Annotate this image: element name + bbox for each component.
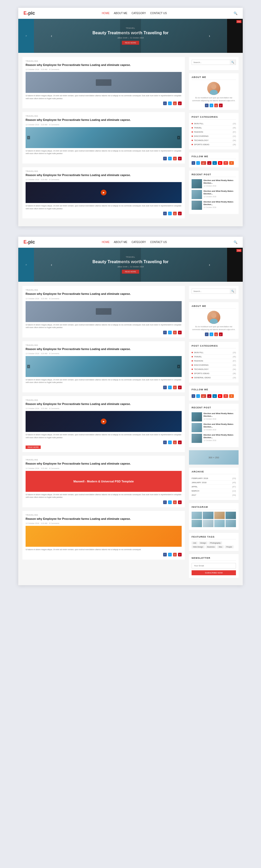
search-input[interactable]	[192, 60, 230, 65]
cat2-item-7[interactable]: GENERAL IDEAS (19)	[192, 376, 236, 380]
post2-2-pi[interactable]: p	[178, 385, 182, 389]
about-gplus-link[interactable]: g	[214, 103, 218, 107]
tag-4[interactable]: Web Design	[192, 546, 204, 548]
pinterest-share-button[interactable]: p	[178, 101, 182, 105]
post-3-twitter-button[interactable]: t	[168, 212, 172, 215]
follow-linkedin-button[interactable]: in	[213, 161, 217, 165]
follow-email-button[interactable]: ✉	[223, 161, 228, 165]
tag-1[interactable]: Job	[192, 541, 197, 545]
post2-2-fb[interactable]: f	[163, 385, 167, 389]
hero-arrow-left[interactable]: ‹	[51, 34, 52, 38]
cat2-item-4[interactable]: DISCOVERING (12)	[192, 363, 236, 367]
insta-thumb-4[interactable]	[225, 512, 236, 519]
rp2-title-2[interactable]: Election and What Really Makes Election.…	[203, 423, 236, 428]
insta-thumb-5[interactable]	[192, 520, 202, 527]
newsletter-email-input[interactable]	[192, 563, 236, 568]
insta-thumb-6[interactable]	[203, 520, 213, 527]
post-2-gplus-button[interactable]: g	[173, 157, 177, 160]
follow2-linkedin[interactable]: in	[213, 394, 217, 398]
tag-3[interactable]: Photography	[209, 541, 222, 545]
cat2-item-5[interactable]: TECHNOLOGY (34)	[192, 367, 236, 371]
post2-2-next[interactable]: ›	[177, 365, 180, 368]
cat2-item-3[interactable]: FASHION (67)	[192, 359, 236, 363]
tag-2[interactable]: Design	[199, 541, 208, 545]
post2-3-gp[interactable]: g	[173, 440, 177, 444]
cat2-item-2[interactable]: TRAVEL (45)	[192, 355, 236, 359]
post-2-next-button[interactable]: ›	[177, 136, 180, 139]
tag-5[interactable]: Business	[206, 546, 216, 548]
nav2-home[interactable]: HOME	[102, 241, 110, 244]
category-item-1[interactable]: SKIN FILL (23)	[192, 122, 236, 126]
post2-4-gp[interactable]: g	[173, 500, 177, 504]
about-facebook-link[interactable]: f	[205, 103, 209, 107]
follow2-youtube[interactable]: ▶	[218, 394, 222, 398]
insta-thumb-2[interactable]	[203, 512, 213, 519]
post-3-gplus-button[interactable]: g	[173, 212, 177, 215]
post-2-prev-button[interactable]: ‹	[27, 136, 30, 139]
facebook-share-button[interactable]: f	[163, 101, 167, 105]
search-button[interactable]: 🔍	[230, 60, 236, 65]
follow-twitter-button[interactable]: t	[196, 161, 200, 165]
about2-tw[interactable]: t	[210, 333, 213, 336]
search-icon[interactable]: 🔍	[234, 11, 237, 15]
tag-7[interactable]: People	[225, 546, 234, 548]
nav-about[interactable]: ABOUT ME	[114, 12, 127, 14]
about-twitter-link[interactable]: t	[210, 103, 213, 107]
follow-gplus-button[interactable]: g+	[201, 161, 206, 165]
nav-contact[interactable]: CONTACT US	[150, 12, 167, 14]
newsletter-subscribe-button[interactable]: SUBSCRIBE NOW	[192, 570, 236, 575]
nav2-category[interactable]: CATEGORY	[132, 241, 146, 244]
post2-5-tw[interactable]: t	[168, 553, 172, 556]
insta-thumb-7[interactable]	[214, 520, 225, 527]
recent-post-1-title[interactable]: Election and What Really Makes Election.…	[203, 179, 236, 184]
archive-item-1[interactable]: FEBRUARY 2018 (23)	[192, 476, 236, 480]
post2-3-fb[interactable]: f	[163, 440, 167, 444]
post2-1-tw[interactable]: t	[168, 331, 172, 334]
about2-pi[interactable]: p	[219, 333, 223, 336]
search-input-2[interactable]	[192, 289, 230, 293]
post2-1-fb[interactable]: f	[163, 331, 167, 334]
recent-post-3-title[interactable]: Election and What Really Makes Election.…	[203, 200, 236, 206]
post2-5-fb[interactable]: f	[163, 553, 167, 556]
post2-3-pi[interactable]: p	[178, 440, 182, 444]
search-icon-2[interactable]: 🔍	[234, 240, 237, 244]
post-3-facebook-button[interactable]: f	[163, 212, 167, 215]
about2-gp[interactable]: g	[214, 333, 218, 336]
follow-facebook-button[interactable]: f	[192, 161, 195, 165]
post2-4-pi[interactable]: p	[178, 500, 182, 504]
follow2-rss[interactable]: ⊕	[229, 394, 234, 398]
nav-category[interactable]: CATEGORY	[132, 12, 146, 14]
insta-thumb-1[interactable]	[192, 512, 202, 519]
archive-item-4[interactable]: MARCH (12)	[192, 489, 236, 493]
post2-4-fb[interactable]: f	[163, 500, 167, 504]
gplus-share-button[interactable]: g	[173, 101, 177, 105]
post-2-twitter-button[interactable]: t	[168, 157, 172, 160]
post2-2-prev[interactable]: ‹	[27, 365, 30, 368]
post2-5-pi[interactable]: p	[178, 553, 182, 556]
post2-2-gp[interactable]: g	[173, 385, 177, 389]
cat2-item-6[interactable]: SPORTS IDEAS (28)	[192, 371, 236, 376]
rp2-title-1[interactable]: Election and What Really Makes Election.…	[203, 412, 236, 417]
category-item-6[interactable]: SPORTS IDEAS (28)	[192, 143, 236, 147]
insta-thumb-8[interactable]	[225, 520, 236, 527]
category-item-2[interactable]: TRAVEL (45)	[192, 126, 236, 130]
nav2-about[interactable]: ABOUT ME	[114, 241, 127, 244]
hero-arrow-right[interactable]: ›	[209, 34, 210, 38]
category-item-3[interactable]: FASHION (67)	[192, 130, 236, 134]
about2-fb[interactable]: f	[205, 333, 209, 336]
post2-1-gp[interactable]: g	[173, 331, 177, 334]
follow2-pinterest[interactable]: p	[207, 394, 212, 398]
archive-item-3[interactable]: APRIL (67)	[192, 485, 236, 489]
post2-5-gp[interactable]: g	[173, 553, 177, 556]
post2-3-play[interactable]: ▶	[101, 418, 107, 424]
post-2-facebook-button[interactable]: f	[163, 157, 167, 160]
post2-3-tw[interactable]: t	[168, 440, 172, 444]
post-3-pinterest-button[interactable]: p	[178, 212, 182, 215]
follow-rss-button[interactable]: ⊕	[229, 161, 234, 165]
hero-arrow-right-2[interactable]: ›	[209, 262, 210, 267]
rp2-title-3[interactable]: Election and What Really Makes Election.…	[203, 434, 236, 439]
post2-3-readmore[interactable]: READ MORE	[26, 445, 41, 449]
hero-read-more-button[interactable]: READ MORE	[122, 41, 139, 45]
cat2-item-1[interactable]: SKIN FILL (23)	[192, 350, 236, 355]
category-item-5[interactable]: TECHNOLOGY (34)	[192, 138, 236, 143]
